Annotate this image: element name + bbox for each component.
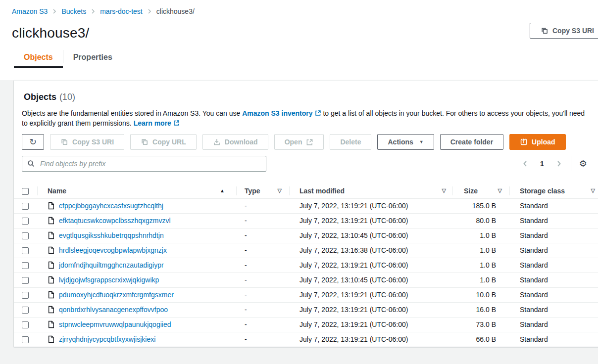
object-name-link[interactable]: qonbrdxrhlvysanacgenexpffovvfpoo [59,306,168,314]
object-size-cell: 185.0 B [453,198,510,213]
object-name-link[interactable]: jdomfndjhquiltmgghcnzautadigiypr [59,261,164,269]
tab-objects[interactable]: Objects [14,48,63,68]
breadcrumb-link-amazon-s3[interactable]: Amazon S3 [12,7,48,15]
object-name-link[interactable]: zjrryqhdnjycypcqbtfxyxwjisjkiexi [59,335,155,343]
breadcrumb-separator-icon [52,8,57,14]
object-size-cell: 80.0 B [453,213,510,228]
copy-icon [141,138,149,146]
object-type-cell: - [237,198,290,213]
pagination-divider [571,156,571,171]
object-rows: cfppcjbbggayhcxcasfxsugtzhcqlthj - July … [14,198,598,347]
table-row: jdomfndjhquiltmgghcnzautadigiypr - July … [14,258,598,273]
table-row: hrdlsleegjoqevcogbpwlapwbjxgnzjx - July … [14,243,598,258]
column-header-storage-class[interactable]: Storage class▽ [520,187,595,195]
object-name-link[interactable]: hrdlsleegjoqevcogbpwlapwbjxgnzjx [59,246,167,254]
download-icon [213,138,221,146]
row-checkbox[interactable] [22,203,29,210]
search-input[interactable] [22,156,266,172]
actions-button[interactable]: Actions ▼ [377,134,434,150]
row-checkbox[interactable] [22,336,29,343]
upload-button[interactable]: Upload [509,134,565,150]
create-folder-button[interactable]: Create folder [440,134,503,150]
objects-toolbar: ↻ Copy S3 URI Copy URL Download Open [22,134,595,150]
caret-down-icon: ▼ [419,139,424,144]
row-checkbox[interactable] [22,218,29,225]
delete-button[interactable]: Delete [330,134,371,150]
object-storage-class-cell: Standard [510,317,598,332]
file-icon [48,246,54,254]
object-type-cell: - [237,332,290,347]
row-checkbox[interactable] [22,292,29,299]
object-name-link[interactable]: lvjdjgojwfsgrappscrxixwjqkigwikp [59,276,159,284]
table-row: stpnwcleepmvruwwqlpaunukjqogiied - July … [14,317,598,332]
object-storage-class-cell: Standard [510,287,598,302]
breadcrumb: Amazon S3 Buckets mars-doc-test clickhou… [0,0,598,15]
row-checkbox[interactable] [22,247,29,254]
object-size-cell: 1.0 B [453,243,510,258]
copy-s3-uri-header-button[interactable]: Copy S3 URI [530,23,598,39]
copy-icon [60,138,68,146]
next-page-button[interactable] [554,159,564,169]
copy-url-button[interactable]: Copy URL [130,134,197,150]
upload-icon [520,138,528,146]
object-type-cell: - [237,213,290,228]
object-size-cell: 1.0 B [453,273,510,287]
object-size-cell: 1.0 B [453,228,510,243]
page-title: clickhouse3/ [12,25,598,41]
row-checkbox[interactable] [22,321,29,328]
content-area: Objects (10) Objects are the fundamental… [0,80,598,364]
file-icon [48,202,54,210]
object-name-link[interactable]: evgtlqusgiksshkubetrqqpshnrhdtjn [59,231,164,239]
refresh-button[interactable]: ↻ [22,134,44,150]
object-count: (10) [59,92,75,102]
table-row: pdumoxyhjcdfuoqkrzxmfcrgmfgsxmer - July … [14,287,598,302]
column-header-name[interactable]: Name▲ [48,187,225,195]
download-button[interactable]: Download [202,134,268,150]
file-icon [48,320,54,328]
column-header-size[interactable]: Size▽ [464,187,502,195]
row-checkbox[interactable] [22,307,29,314]
open-button[interactable]: Open [274,134,324,150]
page-number[interactable]: 1 [537,160,547,168]
object-last-modified-cell: July 7, 2022, 13:10:45 (UTC-06:00) [290,273,453,287]
gear-icon[interactable]: ⚙ [578,158,588,169]
sort-icon: ▽ [591,187,595,194]
select-all-checkbox[interactable] [22,188,29,195]
object-last-modified-cell: July 7, 2022, 13:19:21 (UTC-06:00) [290,332,453,347]
breadcrumb-link-buckets[interactable]: Buckets [61,7,86,15]
breadcrumb-separator-icon [91,8,96,14]
table-row: cfppcjbbggayhcxcasfxsugtzhcqlthj - July … [14,198,598,213]
object-type-cell: - [237,317,290,332]
file-icon [48,276,54,284]
external-link-icon [315,110,321,116]
row-checkbox[interactable] [22,262,29,269]
object-size-cell: 66.0 B [453,332,510,347]
object-name-link[interactable]: pdumoxyhjcdfuoqkrzxmfcrgmfgsxmer [59,291,174,299]
inventory-link[interactable]: Amazon S3 inventory [242,109,321,117]
panel-title: Objects [24,92,56,102]
search-box [22,156,266,172]
object-name-link[interactable]: efktaqtucswkcowpclbsszhqxgzmvzvl [59,217,171,225]
row-checkbox[interactable] [22,277,29,284]
row-checkbox[interactable] [22,232,29,239]
sort-icon: ▽ [442,187,446,194]
previous-page-button[interactable] [520,159,530,169]
tab-properties[interactable]: Properties [63,48,122,68]
column-header-type[interactable]: Type▽ [245,187,282,195]
object-type-cell: - [237,243,290,258]
object-last-modified-cell: July 7, 2022, 13:19:21 (UTC-06:00) [290,213,453,228]
object-name-link[interactable]: cfppcjbbggayhcxcasfxsugtzhcqlthj [59,202,163,210]
learn-more-link[interactable]: Learn more [134,119,180,127]
object-last-modified-cell: July 7, 2022, 13:19:21 (UTC-06:00) [290,317,453,332]
object-name-link[interactable]: stpnwcleepmvruwwqlpaunukjqogiied [59,320,171,328]
search-icon [27,160,35,168]
table-row: qonbrdxrhlvysanacgenexpffovvfpoo - July … [14,302,598,317]
column-header-last-modified[interactable]: Last modified▽ [299,187,446,195]
object-last-modified-cell: July 7, 2022, 13:19:21 (UTC-06:00) [290,258,453,273]
objects-table: Name▲ Type▽ Last modified▽ Size▽ Storage… [14,183,598,347]
copy-s3-uri-button[interactable]: Copy S3 URI [50,134,124,150]
object-storage-class-cell: Standard [510,332,598,347]
object-type-cell: - [237,273,290,287]
tab-bar: Objects Properties [0,48,598,68]
breadcrumb-link-bucket[interactable]: mars-doc-test [100,7,143,15]
